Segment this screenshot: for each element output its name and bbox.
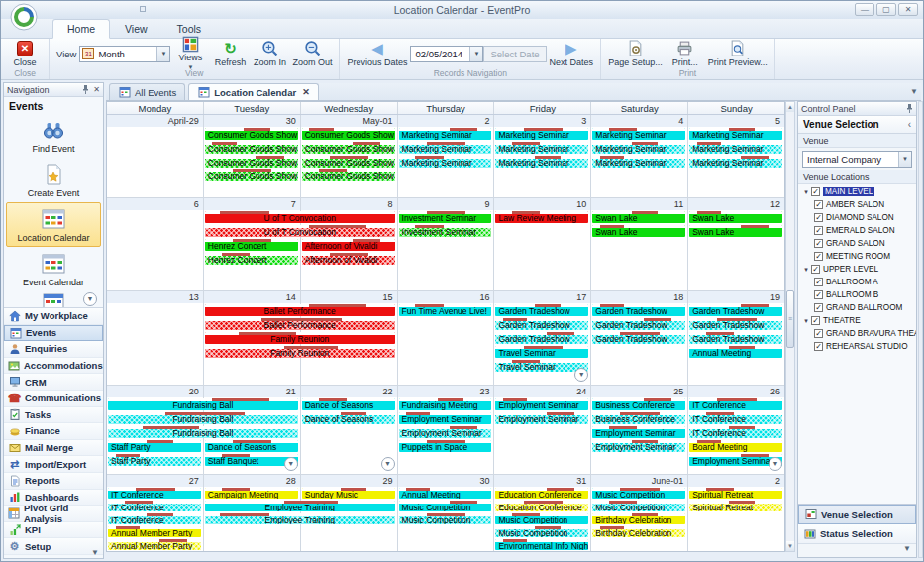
calendar-cell[interactable]: 27IT ConferenceIT ConferenceIT Conferenc… — [107, 475, 204, 552]
calendar-event[interactable]: IT Conference — [108, 488, 201, 499]
sidebar-item-tasks[interactable]: Tasks — [4, 407, 103, 424]
sidebar-item-reports[interactable]: Reports — [4, 473, 103, 490]
calendar-event[interactable]: Education Conference — [495, 501, 588, 511]
calendar-cell[interactable]: 2Spiritual RetreatSpiritual Retreat — [688, 475, 784, 552]
calendar-cell[interactable]: 31Education ConferenceEducation Conferen… — [494, 475, 591, 552]
overflow-chevron-icon[interactable]: ▼ — [574, 368, 588, 382]
chevron-down-icon[interactable]: ▼ — [898, 152, 911, 167]
close-window-button[interactable]: ✕ — [898, 3, 918, 16]
calendar-event[interactable]: Annual Member Party — [108, 539, 201, 550]
calendar-event[interactable]: Music Competition — [495, 526, 588, 537]
tree-item-grand-salon[interactable]: ✓GRAND SALON — [798, 237, 916, 250]
calendar-cell[interactable]: 6 — [107, 198, 204, 290]
calendar-event[interactable]: Marketing Seminar — [689, 128, 782, 140]
scroll-down-icon[interactable]: ▼ — [786, 541, 794, 551]
calendar-event[interactable]: Fundraising Ball — [108, 426, 298, 438]
calendar-event[interactable]: Business Conference — [592, 412, 685, 424]
calendar-cell[interactable]: 24Employment SeminarEmployment Seminar — [494, 386, 591, 474]
calendar-event[interactable]: Consumer Goods Show — [302, 128, 395, 140]
calendar-event[interactable]: IT Conference — [108, 513, 201, 524]
tab-view[interactable]: View — [110, 19, 162, 39]
pin-icon[interactable] — [906, 104, 913, 113]
calendar-event[interactable]: Investment Seminar — [399, 225, 492, 237]
calendar-event[interactable]: Annual Meeting — [689, 346, 782, 358]
venue-combobox[interactable]: Internal Company ▼ — [802, 151, 912, 168]
checkbox-icon[interactable]: ✓ — [814, 290, 823, 299]
calendar-event[interactable]: Annual Meeting — [399, 488, 492, 499]
calendar-event[interactable]: Garden Tradeshow — [592, 304, 685, 316]
checkbox-icon[interactable]: ✓ — [811, 187, 820, 196]
calendar-event[interactable]: Employment Seminar — [495, 398, 588, 410]
calendar-event[interactable]: Staff Party — [108, 440, 201, 452]
calendar-event[interactable]: Consumer Goods Show — [302, 156, 395, 168]
tab-overflow-chevron-icon[interactable]: ▼ — [910, 87, 918, 96]
calendar-event[interactable]: Music Competition — [399, 513, 492, 524]
calendar-event[interactable]: Employment Seminar — [592, 440, 685, 452]
scroll-up-icon[interactable]: ▲ — [786, 102, 794, 112]
checkbox-icon[interactable]: ✓ — [814, 226, 823, 235]
calendar-cell[interactable]: 19Garden TradeshowGarden TradeshowGarden… — [688, 291, 784, 385]
calendar-event[interactable]: Consumer Goods Show — [302, 142, 395, 154]
calendar-event[interactable]: Marketing Seminar — [592, 128, 685, 140]
calendar-event[interactable]: Business Conference — [592, 398, 685, 410]
calendar-event[interactable]: Marketing Seminar — [689, 142, 782, 154]
calendar-event[interactable]: Consumer Goods Show — [205, 169, 298, 181]
calendar-event[interactable]: Consumer Goods Show — [205, 142, 298, 154]
scrollbar-thumb[interactable]: ≡ — [786, 290, 794, 348]
panel-collapse-chevron-icon[interactable]: ▼ — [798, 544, 916, 557]
calendar-cell[interactable]: 20Fundraising BallFundraising BallFundra… — [107, 386, 204, 474]
calendar-event[interactable]: Garden Tradeshow — [495, 332, 588, 344]
calendar-event[interactable]: Birthday Celebration — [592, 526, 685, 537]
tree-item-emerald-salon[interactable]: ✓EMERALD SALON — [798, 224, 916, 237]
chevron-down-icon[interactable]: ▼ — [156, 47, 169, 61]
calendar-event[interactable]: Garden Tradeshow — [592, 332, 685, 344]
calendar-event[interactable]: Marketing Seminar — [495, 142, 588, 154]
next-dates-button[interactable]: ▶ Next Dates — [547, 39, 597, 69]
calendar-event[interactable]: Employee Training — [205, 501, 395, 511]
sidebar-item-find-event[interactable]: Find Event — [6, 113, 101, 158]
right-scrollbar[interactable] — [918, 101, 923, 558]
calendar-event[interactable]: Music Competition — [592, 488, 685, 499]
calendar-event[interactable]: Swan Lake — [689, 211, 782, 223]
calendar-event[interactable]: Spiritual Retreat — [689, 488, 782, 499]
date-picker[interactable]: 02/05/2014 ▼ — [410, 46, 483, 62]
calendar-cell[interactable]: 28Campaign MeetingEmployee TrainingEmplo… — [204, 475, 301, 552]
calendar-cell[interactable]: 30Annual MeetingMusic CompetitionMusic C… — [398, 475, 495, 552]
calendar-cell[interactable]: 4Marketing SeminarMarketing SeminarMarke… — [591, 115, 688, 197]
calendar-cell[interactable]: 7U of T ConvocationU of T ConvocationHen… — [204, 198, 301, 290]
calendar-event[interactable]: Marketing Seminar — [399, 156, 492, 168]
calendar-event[interactable]: Education Conference — [495, 488, 588, 499]
checkbox-icon[interactable]: ✓ — [814, 200, 823, 209]
calendar-event[interactable]: Marketing Seminar — [495, 128, 588, 140]
sidebar-item-pivot-grid-analysis[interactable]: Pivot Grid Analysis — [4, 506, 103, 522]
nav-collapse-chevron-icon[interactable]: ▼ — [91, 548, 99, 557]
expand-arrow-icon[interactable]: ▾ — [801, 317, 811, 325]
tree-item-grand-bravura-theatre[interactable]: ✓GRAND BRAVURA THEATRE — [798, 327, 916, 340]
sidebar-item-communications[interactable]: ☎Communications — [4, 391, 103, 407]
tree-item-theatre[interactable]: ▾✓THEATRE — [798, 314, 916, 327]
calendar-event[interactable]: Henrez Concert — [205, 239, 298, 251]
calendar-cell[interactable]: June-01Music CompetitionMusic Competitio… — [591, 475, 688, 552]
calendar-event[interactable]: Music Competition — [592, 501, 685, 511]
calendar-event[interactable]: Board Meeting — [689, 440, 782, 452]
calendar-cell[interactable]: 3Marketing SeminarMarketing SeminarMarke… — [494, 115, 591, 197]
checkbox-icon[interactable]: ✓ — [814, 278, 823, 286]
calendar-event[interactable]: Marketing Seminar — [592, 156, 685, 168]
calendar-event[interactable]: Marketing Seminar — [495, 156, 588, 168]
sidebar-item-crm[interactable]: CRM — [4, 374, 103, 391]
calendar-cell[interactable]: 22Dance of SeasonsDance of Seasons▼ — [301, 386, 398, 474]
calendar-event[interactable]: Sunday Music — [302, 488, 395, 499]
minimize-button[interactable]: — — [855, 3, 874, 16]
calendar-event[interactable]: Dance of Seasons — [205, 440, 298, 452]
sidebar-item-mail-merge[interactable]: Mail Merge — [4, 440, 103, 457]
tree-item-amber-salon[interactable]: ✓AMBER SALON — [798, 198, 916, 211]
calendar-event[interactable]: Puppets in Space — [399, 440, 492, 452]
calendar-event[interactable]: Family Reunion — [205, 346, 395, 358]
calendar-event[interactable]: Consumer Goods Show — [205, 128, 298, 140]
calendar-event[interactable]: Marketing Seminar — [689, 156, 782, 168]
panel-button-venue-selection[interactable]: Venue Selection — [798, 505, 916, 524]
tree-item-diamond-salon[interactable]: ✓DIAMOND SALON — [798, 211, 916, 224]
sidebar-item-my-workplace[interactable]: My Workplace — [4, 308, 103, 325]
calendar-event[interactable]: Employment Seminar — [495, 412, 588, 424]
calendar-event[interactable]: Henrez Concert — [205, 253, 298, 265]
